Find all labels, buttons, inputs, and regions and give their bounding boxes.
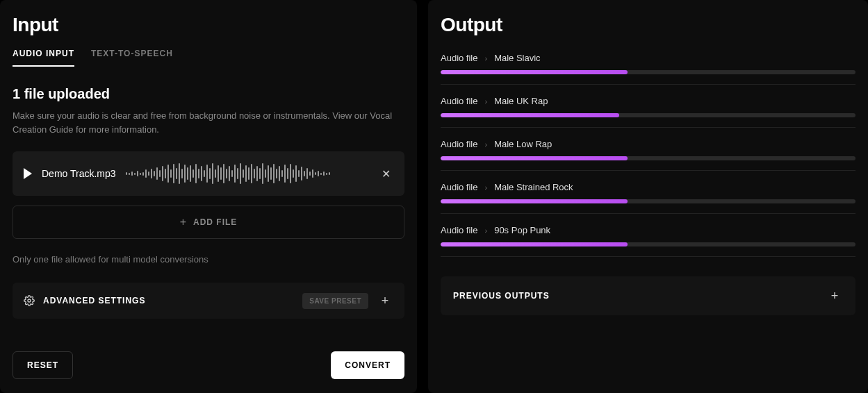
output-list: Audio file›Male SlavicAudio file›Male UK… [441, 49, 855, 264]
remove-file-icon[interactable]: ✕ [379, 165, 393, 183]
previous-outputs-label: PREVIOUS OUTPUTS [453, 291, 550, 301]
play-icon[interactable] [24, 168, 32, 179]
divider [441, 256, 855, 257]
expand-previous-icon[interactable]: + [826, 287, 843, 304]
plus-icon: + [180, 216, 186, 228]
output-voice-name: 90s Pop Punk [494, 225, 550, 235]
file-name: Demo Track.mp3 [42, 168, 116, 179]
tab-text-to-speech[interactable]: TEXT-TO-SPEECH [91, 49, 173, 67]
progress-fill [441, 156, 628, 160]
waveform[interactable] [126, 162, 369, 185]
gear-icon [24, 295, 35, 306]
save-preset-button[interactable]: SAVE PRESET [302, 293, 368, 309]
tab-audio-input[interactable]: AUDIO INPUT [13, 49, 74, 67]
svg-point-0 [28, 299, 31, 302]
input-title: Input [13, 14, 404, 36]
output-item: Audio file›Male Low Rap [441, 135, 855, 171]
progress-track[interactable] [441, 113, 855, 117]
output-item-header: Audio file›90s Pop Punk [441, 221, 855, 242]
progress-track[interactable] [441, 199, 855, 203]
output-source-label: Audio file [441, 139, 477, 149]
output-item: Audio file›Male Slavic [441, 49, 855, 85]
output-voice-name: Male Slavic [494, 53, 540, 63]
progress-track[interactable] [441, 156, 855, 160]
input-panel: Input AUDIO INPUT TEXT-TO-SPEECH 1 file … [0, 0, 417, 393]
advanced-settings-row[interactable]: ADVANCED SETTINGS SAVE PRESET + [13, 283, 404, 319]
progress-fill [441, 199, 628, 203]
progress-fill [441, 242, 628, 246]
output-voice-name: Male Low Rap [494, 139, 552, 149]
output-item: Audio file›Male UK Rap [441, 92, 855, 128]
chevron-right-icon: › [484, 226, 487, 235]
chevron-right-icon: › [484, 183, 487, 192]
output-item-header: Audio file›Male Strained Rock [441, 178, 855, 199]
chevron-right-icon: › [484, 97, 487, 106]
output-item-header: Audio file›Male Low Rap [441, 135, 855, 156]
output-source-label: Audio file [441, 225, 477, 235]
divider [441, 127, 855, 128]
output-source-label: Audio file [441, 53, 477, 63]
output-voice-name: Male UK Rap [494, 96, 548, 106]
progress-fill [441, 113, 619, 117]
chevron-right-icon: › [484, 140, 487, 149]
progress-fill [441, 70, 628, 74]
input-tabs: AUDIO INPUT TEXT-TO-SPEECH [13, 49, 404, 67]
reset-button[interactable]: RESET [13, 351, 73, 379]
uploaded-file-row: Demo Track.mp3 ✕ [13, 151, 404, 196]
output-panel: Output Audio file›Male SlavicAudio file›… [428, 0, 868, 393]
file-limit-note: Only one file allowed for multi model co… [13, 254, 404, 265]
previous-outputs-row[interactable]: PREVIOUS OUTPUTS + [441, 276, 855, 315]
output-source-label: Audio file [441, 96, 477, 106]
convert-button[interactable]: CONVERT [331, 351, 404, 379]
add-file-button[interactable]: + ADD FILE [13, 206, 404, 239]
output-source-label: Audio file [441, 182, 477, 192]
divider [441, 84, 855, 85]
output-item-header: Audio file›Male Slavic [441, 49, 855, 70]
output-voice-name: Male Strained Rock [494, 182, 573, 192]
divider [441, 213, 855, 214]
add-file-label: ADD FILE [193, 217, 237, 227]
output-title: Output [441, 14, 855, 36]
progress-track[interactable] [441, 70, 855, 74]
upload-heading: 1 file uploaded [13, 86, 404, 102]
advanced-settings-label: ADVANCED SETTINGS [43, 296, 294, 306]
output-item: Audio file›Male Strained Rock [441, 178, 855, 214]
expand-advanced-icon[interactable]: + [377, 292, 393, 309]
progress-track[interactable] [441, 242, 855, 246]
upload-description: Make sure your audio is clear and free f… [13, 109, 404, 136]
input-footer: RESET CONVERT [13, 331, 404, 379]
output-item-header: Audio file›Male UK Rap [441, 92, 855, 113]
chevron-right-icon: › [484, 54, 487, 62]
output-item: Audio file›90s Pop Punk [441, 221, 855, 257]
divider [441, 170, 855, 171]
